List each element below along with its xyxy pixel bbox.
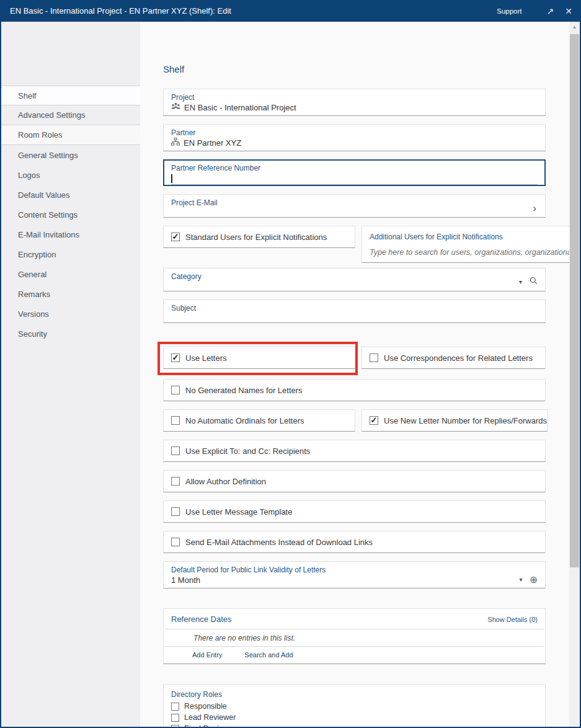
sidebar-item-general-settings[interactable]: General Settings	[1, 145, 140, 165]
add-entry-link[interactable]: Add Entry	[192, 651, 222, 659]
sidebar-item-encryption[interactable]: Encryption	[1, 244, 140, 264]
dropdown-arrow-icon[interactable]: ▾	[519, 278, 522, 285]
field-use-letters[interactable]: ✓ Use Letters	[163, 347, 355, 369]
no-automatic-ordinals-label: No Automatic Ordinals for Letters	[185, 416, 304, 425]
reference-dates-section: Reference Dates Show Details (0) There a…	[163, 608, 546, 664]
field-project: Project EN Basic - International Project	[163, 89, 546, 116]
text-caret	[171, 174, 172, 183]
reference-dates-label: Reference Dates	[171, 615, 232, 624]
vertical-scrollbar[interactable]: ▲	[569, 22, 580, 727]
field-no-generated-names[interactable]: ✓ No Generated Names for Letters	[163, 379, 546, 401]
role-lead-reviewer[interactable]: ✓ Lead Reviewer	[171, 713, 538, 722]
use-correspondences-checkbox[interactable]: ✓	[370, 353, 378, 362]
checkmark-icon: ✓	[371, 416, 378, 424]
no-generated-names-checkbox[interactable]: ✓	[171, 386, 180, 394]
search-icon[interactable]	[530, 276, 538, 287]
no-generated-names-label: No Generated Names for Letters	[185, 386, 303, 395]
role-responsible[interactable]: ✓ Responsible	[171, 702, 538, 711]
sidebar-item-label: Shelf	[18, 91, 37, 100]
send-email-attachments-checkbox[interactable]: ✓	[171, 538, 180, 546]
sidebar-item-general[interactable]: General	[1, 264, 140, 284]
close-icon[interactable]: ✕	[565, 7, 572, 16]
field-subject[interactable]: Subject	[163, 300, 546, 323]
field-additional-users[interactable]: Additional Users for Explicit Notificati…	[361, 226, 581, 263]
sidebar-item-label: Room Roles	[18, 130, 63, 140]
sidebar-item-label: Encryption	[18, 250, 56, 259]
sidebar-item-versions[interactable]: Versions	[1, 304, 140, 324]
chevron-right-icon[interactable]: ›	[533, 202, 536, 215]
scroll-up-icon[interactable]: ▲	[569, 22, 580, 32]
show-details-link[interactable]: Show Details (0)	[487, 616, 538, 623]
sidebar-item-room-roles[interactable]: Room Roles	[1, 125, 140, 145]
partner-label: Partner	[171, 128, 538, 138]
sidebar-item-label: Remarks	[18, 290, 50, 299]
use-new-letter-number-label: Use New Letter Number for Replies/Forwar…	[384, 416, 547, 425]
sidebar-item-shelf[interactable]: Shelf	[1, 86, 140, 105]
field-no-automatic-ordinals[interactable]: ✓ No Automatic Ordinals for Letters	[163, 409, 355, 432]
sidebar-item-label: General	[18, 270, 47, 279]
lead-reviewer-checkbox[interactable]: ✓	[171, 714, 179, 722]
use-letter-message-template-checkbox[interactable]: ✓	[171, 507, 180, 516]
allow-author-definition-checkbox[interactable]: ✓	[171, 477, 180, 486]
use-explicit-recipients-checkbox[interactable]: ✓	[171, 446, 180, 455]
window-title: EN Basic - International Project - EN Pa…	[10, 6, 497, 16]
open-external-icon[interactable]: ↗	[547, 7, 554, 16]
no-automatic-ordinals-checkbox[interactable]: ✓	[171, 416, 180, 425]
sidebar-item-email-invitations[interactable]: E-Mail Invitations	[1, 224, 140, 244]
sidebar-item-remarks[interactable]: Remarks	[1, 284, 140, 304]
standard-users-label: Standard Users for Explicit Notification…	[185, 233, 327, 242]
allow-author-definition-label: Allow Author Definition	[185, 477, 266, 486]
role-final-reviewer[interactable]: ✓ Final Reviewer	[171, 724, 538, 728]
field-category[interactable]: Category ▾	[163, 268, 546, 291]
field-partner: Partner EN Partner XYZ	[163, 124, 546, 151]
field-use-correspondences[interactable]: ✓ Use Correspondences for Related Letter…	[361, 347, 546, 369]
sidebar-item-label: General Settings	[18, 151, 78, 160]
page-title: Shelf	[163, 64, 580, 74]
default-period-label: Default Period for Public Link Validity …	[171, 565, 538, 575]
field-default-period[interactable]: Default Period for Public Link Validity …	[163, 561, 546, 588]
main-content: Shelf Project EN Basic - International P…	[140, 22, 580, 727]
field-use-explicit-recipients[interactable]: ✓ Use Explicit To: and Cc: Recipients	[163, 440, 546, 462]
sidebar-item-advanced-settings[interactable]: Advanced Settings	[1, 105, 140, 125]
sidebar-item-security[interactable]: Security	[1, 324, 140, 344]
checkmark-icon: ✓	[172, 353, 179, 362]
field-partner-reference-number[interactable]: Partner Reference Number	[163, 159, 546, 186]
field-use-new-letter-number[interactable]: ✓ Use New Letter Number for Replies/Forw…	[361, 409, 548, 432]
additional-users-search-input[interactable]: Type here to search for users, organizat…	[370, 248, 581, 257]
final-reviewer-checkbox[interactable]: ✓	[171, 725, 179, 728]
team-icon	[171, 102, 180, 113]
sidebar-item-label: Default Values	[18, 190, 70, 200]
dropdown-arrow-icon[interactable]: ▾	[519, 576, 522, 583]
sidebar-item-content-settings[interactable]: Content Settings	[1, 205, 140, 224]
field-project-email[interactable]: Project E-Mail ›	[163, 194, 546, 218]
sidebar-item-label: Security	[18, 329, 47, 339]
responsible-checkbox[interactable]: ✓	[171, 703, 179, 711]
use-letters-checkbox[interactable]: ✓	[171, 353, 180, 362]
sidebar-item-default-values[interactable]: Default Values	[1, 185, 140, 205]
send-email-attachments-label: Send E-Mail Attachments Instead of Downl…	[185, 538, 373, 547]
sidebar: Shelf Advanced Settings Room Roles Gener…	[1, 22, 140, 727]
sidebar-item-label: E-Mail Invitations	[18, 230, 79, 239]
use-letters-label: Use Letters	[185, 353, 226, 363]
titlebar-actions: Support ↗ ✕	[497, 7, 572, 16]
subject-label: Subject	[171, 303, 538, 313]
field-allow-author-definition[interactable]: ✓ Allow Author Definition	[163, 470, 546, 492]
sidebar-item-logos[interactable]: Logos	[1, 165, 140, 185]
field-standard-users[interactable]: ✓ Standard Users for Explicit Notificati…	[163, 226, 355, 248]
support-link[interactable]: Support	[497, 7, 521, 15]
partner-reference-number-label: Partner Reference Number	[171, 163, 538, 173]
shelf-edit-window: EN Basic - International Project - EN Pa…	[0, 0, 581, 728]
project-label: Project	[171, 92, 538, 102]
sidebar-item-label: Logos	[18, 171, 40, 180]
field-use-letter-message-template[interactable]: ✓ Use Letter Message Template	[163, 500, 546, 523]
scrollbar-thumb[interactable]	[570, 34, 579, 567]
partner-value: EN Partner XYZ	[184, 138, 241, 148]
sidebar-item-label: Versions	[18, 309, 49, 319]
use-new-letter-number-checkbox[interactable]: ✓	[370, 416, 378, 425]
standard-users-checkbox[interactable]: ✓	[171, 233, 180, 241]
plus-circle-icon[interactable]: ⊕	[530, 575, 538, 584]
field-send-email-attachments[interactable]: ✓ Send E-Mail Attachments Instead of Dow…	[163, 531, 546, 553]
additional-users-label: Additional Users for Explicit Notificati…	[370, 232, 581, 242]
partner-reference-number-input[interactable]	[171, 173, 538, 185]
search-and-add-link[interactable]: Search and Add	[244, 651, 293, 659]
